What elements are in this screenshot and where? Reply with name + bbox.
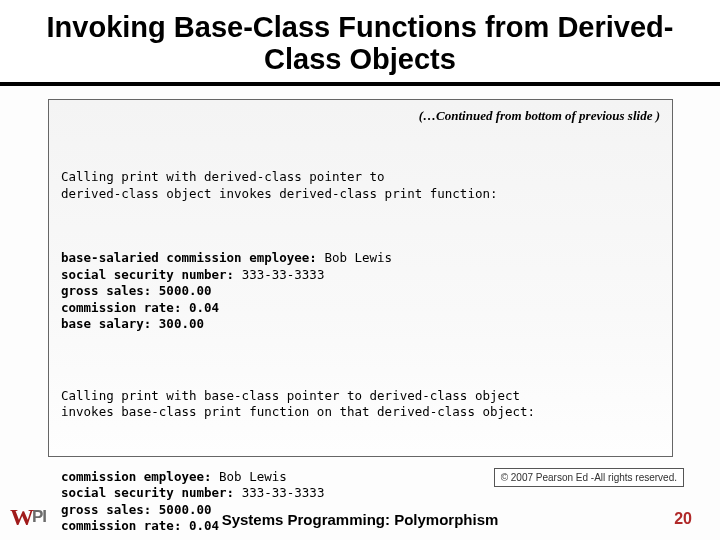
value: 333-33-3333 xyxy=(242,485,325,500)
label: base-salaried commission employee: xyxy=(61,250,324,265)
output-panel: (…Continued from bottom of previous slid… xyxy=(48,99,673,457)
value: Bob Lewis xyxy=(219,469,287,484)
label: commission employee: xyxy=(61,469,219,484)
text-line: commission rate: 0.04 xyxy=(61,300,219,315)
slide: Invoking Base-Class Functions from Deriv… xyxy=(0,0,720,540)
copyright-notice: © 2007 Pearson Ed -All rights reserved. xyxy=(494,468,684,487)
slide-title: Invoking Base-Class Functions from Deriv… xyxy=(20,11,700,76)
continued-note: (…Continued from bottom of previous slid… xyxy=(61,108,660,124)
label: social security number: xyxy=(61,267,242,282)
text-line: gross sales: 5000.00 xyxy=(61,283,212,298)
value: 333-33-3333 xyxy=(242,267,325,282)
text-line: invokes base-class print function on tha… xyxy=(61,404,535,419)
page-number: 20 xyxy=(674,510,692,528)
label: social security number: xyxy=(61,485,242,500)
text-line: Calling print with derived-class pointer… xyxy=(61,169,385,184)
text-line: derived-class object invokes derived-cla… xyxy=(61,186,498,201)
slide-footer: WPI Systems Programming: Polymorphism 20 xyxy=(0,500,720,540)
value: Bob Lewis xyxy=(324,250,392,265)
output-block-1: base-salaried commission employee: Bob L… xyxy=(61,250,660,333)
output-caption-2: Calling print with base-class pointer to… xyxy=(61,388,660,421)
text-line: Calling print with base-class pointer to… xyxy=(61,388,520,403)
text-line: base salary: 300.00 xyxy=(61,316,204,331)
title-bar: Invoking Base-Class Functions from Deriv… xyxy=(0,0,720,86)
output-caption-1: Calling print with derived-class pointer… xyxy=(61,169,660,202)
footer-title: Systems Programming: Polymorphism xyxy=(0,511,720,528)
